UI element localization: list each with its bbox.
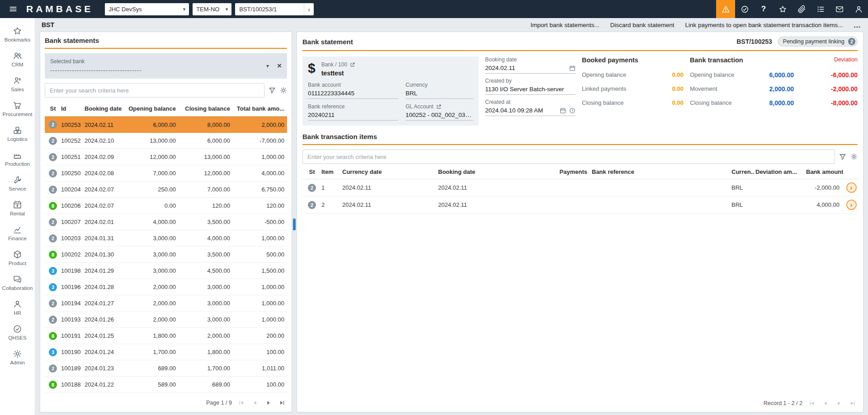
field-value[interactable]: 01112223334445	[308, 89, 398, 99]
sidebar-item-crm[interactable]: CRM	[0, 47, 35, 71]
table-settings-gear-icon[interactable]	[850, 153, 858, 160]
column-header-payments[interactable]: Payments	[528, 168, 591, 175]
sidebar-item-rental[interactable]: $Rental	[0, 196, 35, 220]
bank-statement-row-100252[interactable]: 21002522024.02.1013,000.006,000.00-7,000…	[45, 133, 287, 149]
more-actions-button[interactable]: ...	[854, 21, 861, 29]
bank-statement-row-100190[interactable]: 31001902024.01.241,700.001,800.00100.00	[45, 344, 287, 360]
sidebar-item-sales[interactable]: $Sales	[0, 71, 35, 96]
bank-statement-row-100191[interactable]: 81001912024.01.251,800.002,000.00200.00	[45, 328, 287, 344]
bank-statement-row-100196[interactable]: 31001962024.01.282,000.003,000.001,000.0…	[45, 279, 287, 295]
column-header-booking-date[interactable]: Booking date	[84, 105, 127, 112]
calendar-icon[interactable]	[560, 107, 566, 114]
clear-bank-button[interactable]: ×	[277, 61, 282, 70]
first-page-icon[interactable]	[808, 399, 816, 407]
bank-statement-row-100206[interactable]: 81002062024.02.070.00120.00120.00	[45, 198, 287, 214]
field-value[interactable]: 100252 - 002_002_03_wareho...	[406, 111, 473, 121]
column-header-item[interactable]: Item	[321, 168, 341, 175]
back-button[interactable]: ‹	[304, 3, 314, 15]
action-import-bank-statements[interactable]: Import bank statements...	[530, 22, 599, 28]
bank-statement-row-100198[interactable]: 31001982024.01.293,000.004,500.001,500.0…	[45, 263, 287, 279]
company-select[interactable]: TEM-NO ▾	[193, 3, 231, 15]
last-page-icon[interactable]	[278, 399, 286, 407]
bank-statement-row-100203[interactable]: 21002032024.01.313,000.004,000.001,000.0…	[45, 230, 287, 247]
total-bank-amount: 1,000.00	[234, 235, 287, 242]
column-header-booking-date[interactable]: Booking date	[437, 168, 528, 175]
open-item-button[interactable]: ›	[846, 200, 857, 210]
prev-page-icon[interactable]	[821, 399, 830, 407]
panel-splitter[interactable]	[292, 32, 297, 412]
sidebar-item-product[interactable]: Product	[0, 245, 35, 270]
sidebar-item-finance[interactable]: Finance	[0, 220, 35, 245]
column-header-bank-amount[interactable]: Bank amount	[805, 168, 843, 175]
document-id-input[interactable]	[235, 3, 304, 15]
column-header-opening-balance[interactable]: Opening balance	[127, 105, 179, 112]
action-discard-bank-statement[interactable]: Discard bank statement	[610, 22, 675, 28]
bank-statement-row-100253[interactable]: 21002532024.02.116,000.008,000.002,000.0…	[45, 117, 287, 133]
field-label: Created at	[485, 99, 576, 105]
filter-icon[interactable]	[839, 153, 846, 160]
column-header-st[interactable]: St	[302, 168, 321, 175]
next-page-icon[interactable]	[835, 399, 843, 407]
field-value[interactable]: 1130 I/O Server Batch-server	[485, 85, 576, 95]
bank-statement-row-100188[interactable]: 81001882024.01.22589.00689.00100.00	[45, 377, 287, 393]
prev-page-icon[interactable]	[251, 399, 259, 407]
selected-bank-dropdown[interactable]: Selected bank --------------------------…	[45, 53, 287, 79]
external-link-icon[interactable]	[436, 104, 441, 109]
field-value[interactable]: BRL	[406, 89, 473, 99]
sidebar-item-production[interactable]: Production	[0, 146, 35, 171]
splitter-handle[interactable]	[293, 219, 296, 230]
alert-icon[interactable]	[716, 0, 735, 18]
column-header-closing-balance[interactable]: Closing balance	[179, 105, 234, 112]
sidebar-item-qhses[interactable]: QHSES	[0, 320, 35, 345]
column-header-deviation-am[interactable]: Deviation am...	[755, 168, 805, 175]
bank-statement-row-100250[interactable]: 21002502024.02.087,000.0012,000.004,000.…	[45, 165, 287, 182]
bank-statement-row-100193[interactable]: 21001932024.01.262,000.003,000.001,000.0…	[45, 312, 287, 328]
environment-select[interactable]: JHC DevSys ▾	[105, 3, 189, 15]
tasks-list-icon[interactable]	[811, 0, 830, 18]
messages-mail-icon[interactable]	[830, 0, 849, 18]
favorites-star-icon[interactable]	[773, 0, 792, 18]
main-menu-icon[interactable]	[0, 0, 26, 18]
bank-statement-row-100194[interactable]: 21001942024.01.272,000.003,000.001,000.0…	[45, 295, 287, 312]
attachments-paperclip-icon[interactable]	[792, 0, 811, 18]
open-item-button[interactable]: ›	[846, 182, 857, 193]
statements-search-input[interactable]	[45, 83, 264, 98]
bank-statement-row-100251[interactable]: 21002512024.02.0912,000.0013,000.001,000…	[45, 149, 287, 165]
column-header-currency-date[interactable]: Currency date	[341, 168, 437, 175]
column-header-total-bank-amo[interactable]: Total bank amo...	[234, 105, 287, 112]
column-header-bank-reference[interactable]: Bank reference	[591, 168, 731, 175]
help-icon[interactable]: ?	[754, 0, 773, 18]
column-header-id[interactable]: Id	[60, 105, 84, 112]
column-header-st[interactable]: St	[45, 105, 60, 112]
bank-statement-row-100204[interactable]: 21002042024.02.07250.007,000.006,750.00	[45, 182, 287, 198]
filter-icon[interactable]	[269, 87, 276, 94]
sidebar-item-admin[interactable]: Admin	[0, 345, 35, 369]
sidebar-item-service[interactable]: Service	[0, 171, 35, 196]
field-value[interactable]: 2024.02.11	[485, 64, 576, 74]
transaction-item-row-2[interactable]: 222024.02.112024.02.11BRL4,000.00›	[302, 196, 858, 214]
calendar-icon[interactable]	[569, 65, 576, 71]
user-icon[interactable]	[849, 0, 868, 18]
bank-statement-row-100207[interactable]: 21002072024.02.014,000.003,500.00-500.00	[45, 214, 287, 230]
sidebar-item-collaboration[interactable]: Collaboration	[0, 270, 35, 295]
column-header-curren[interactable]: Curren...	[731, 168, 755, 175]
table-settings-gear-icon[interactable]	[280, 87, 287, 94]
next-page-icon[interactable]	[264, 399, 273, 407]
action-link-payments-to-open-bank-statement-transaction-items[interactable]: Link payments to open bank statement tra…	[685, 22, 843, 28]
sidebar-item-procurement[interactable]: Procurement	[0, 96, 35, 121]
bank-statement-row-100189[interactable]: 21001892024.01.23689.001,700.001,011.00	[45, 360, 287, 377]
items-search-input[interactable]	[302, 149, 835, 164]
sidebar-item-logistics[interactable]: Logistics	[0, 121, 35, 146]
last-page-icon[interactable]	[849, 399, 857, 407]
check-circle-icon[interactable]	[735, 0, 754, 18]
sidebar-item-bookmarks[interactable]: Bookmarks	[0, 22, 35, 47]
transaction-item-row-1[interactable]: 212024.02.112024.02.11BRL-2,000.00›	[302, 179, 858, 196]
bank-statement-row-100202[interactable]: 81002022024.01.303,000.003,500.00500.00	[45, 247, 287, 263]
external-link-icon[interactable]	[350, 62, 355, 67]
rambase-logo[interactable]: RAMBASE	[26, 4, 93, 14]
field-value[interactable]: 20240211	[308, 111, 398, 121]
sidebar-item-hr[interactable]: HR	[0, 295, 35, 320]
first-page-icon[interactable]	[237, 399, 245, 407]
clock-icon[interactable]	[569, 107, 576, 114]
field-value[interactable]: 2024.04.10 09:28 AM	[485, 106, 576, 116]
